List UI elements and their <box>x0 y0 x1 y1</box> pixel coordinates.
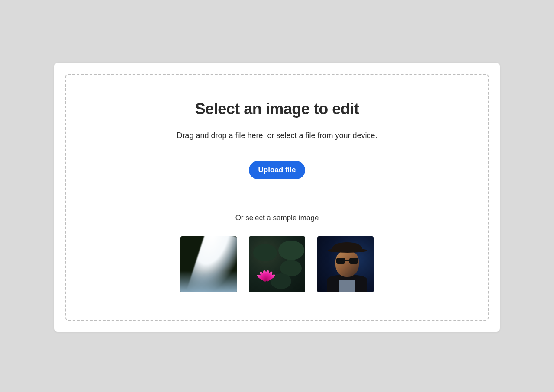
sample-prompt: Or select a sample image <box>235 214 319 222</box>
dropzone[interactable]: Select an image to edit Drag and drop a … <box>65 74 489 321</box>
sample-image-waterfall[interactable] <box>180 236 237 292</box>
upload-card: Select an image to edit Drag and drop a … <box>54 63 500 332</box>
upload-file-button[interactable]: Upload file <box>249 161 306 179</box>
dialog-title: Select an image to edit <box>195 100 359 118</box>
sample-image-row <box>180 236 374 292</box>
dialog-subtitle: Drag and drop a file here, or select a f… <box>177 131 377 140</box>
sample-image-portrait[interactable] <box>317 236 374 292</box>
sample-image-lotus[interactable] <box>249 236 305 292</box>
